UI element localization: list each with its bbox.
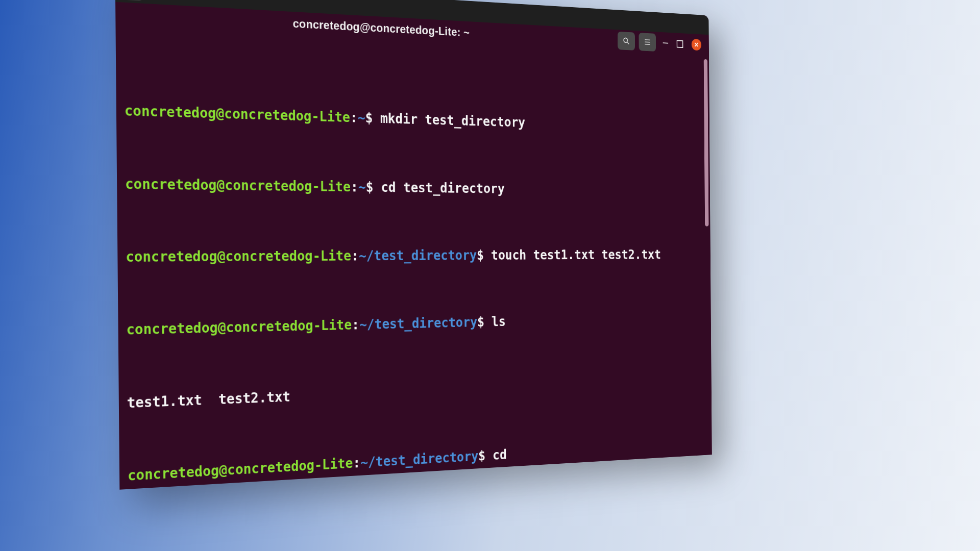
search-button[interactable] (618, 32, 635, 51)
prompt-user: concretedog@concretedog-Lite (125, 176, 351, 195)
new-tab-button[interactable] (120, 0, 143, 1)
prompt-dollar: $ (478, 448, 485, 464)
terminal-line: concretedog@concretedog-Lite:~/test_dire… (126, 246, 704, 266)
maximize-button[interactable] (677, 40, 683, 47)
window-controls (663, 37, 702, 51)
cmd-touch: touch test1.txt test2.txt (491, 247, 661, 263)
minimize-button[interactable] (663, 42, 669, 43)
scrollbar[interactable] (704, 59, 709, 227)
prompt-dollar: $ (366, 179, 374, 195)
prompt-path: ~/test_directory (359, 314, 477, 333)
menu-button[interactable] (639, 33, 656, 52)
svg-line-4 (627, 42, 629, 44)
maximize-icon (677, 40, 683, 47)
cmd-cd: cd test_directory (381, 179, 505, 196)
terminal-line: concretedog@concretedog-Lite:~/test_dire… (126, 310, 705, 339)
cmd-ls: ls (492, 314, 506, 330)
prompt-path: ~/test_directory (359, 247, 477, 264)
prompt-dollar: $ (477, 314, 484, 330)
desktop-background: concretedog@concretedog-Lite: ~ (0, 0, 980, 551)
prompt-user: concretedog@concretedog-Lite (126, 317, 352, 338)
prompt-user: concretedog@concretedog-Lite (125, 103, 350, 126)
svg-point-3 (624, 38, 628, 42)
prompt-user: concretedog@concretedog-Lite (128, 455, 353, 484)
minimize-icon (663, 42, 669, 43)
prompt-user: concretedog@concretedog-Lite (126, 248, 351, 265)
terminal-line: concretedog@concretedog-Lite:~/test_dire… (128, 436, 706, 485)
prompt-path: ~/test_directory (360, 448, 478, 471)
terminal-line: concretedog@concretedog-Lite:~$ cd test_… (125, 175, 704, 199)
hamburger-icon (644, 37, 651, 46)
svg-line-5 (645, 40, 650, 40)
cmd-cd-home: cd (493, 447, 507, 463)
cmd-mkdir: mkdir test_directory (380, 111, 525, 131)
svg-line-7 (645, 44, 650, 45)
terminal-body[interactable]: concretedog@concretedog-Lite:~$ mkdir te… (115, 27, 712, 490)
ls-output: test1.txt test2.txt (127, 372, 705, 412)
terminal-line: concretedog@concretedog-Lite:~$ mkdir te… (125, 102, 704, 136)
search-icon (622, 36, 630, 45)
close-button[interactable] (692, 39, 701, 51)
close-icon (694, 42, 699, 47)
svg-line-6 (645, 42, 650, 42)
prompt-path: ~ (358, 179, 366, 195)
prompt-path: ~ (358, 110, 365, 126)
terminal-window: concretedog@concretedog-Lite: ~ (115, 0, 712, 490)
prompt-dollar: $ (477, 247, 484, 263)
prompt-dollar: $ (365, 110, 373, 127)
